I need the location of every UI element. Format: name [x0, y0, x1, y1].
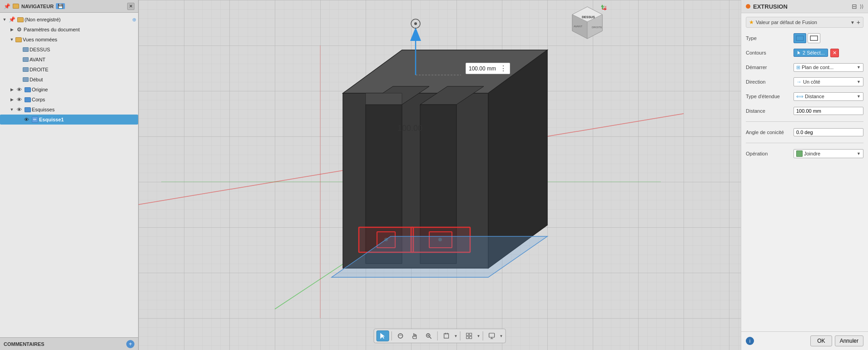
toolbar-grid-btn[interactable] — [463, 330, 476, 341]
view-cube-svg: X Z DESSUS AVANT DROITE — [568, 5, 607, 43]
tree-arrow-corps[interactable] — [9, 97, 15, 102]
cancel-button[interactable]: Annuler — [835, 335, 863, 346]
svg-text:AVANT: AVANT — [574, 25, 582, 28]
toolbar-separator-4 — [482, 331, 483, 340]
model-3d — [266, 5, 606, 305]
tree-item-esquisse1[interactable]: 👁 ✏ Esquisse1 — [0, 115, 138, 125]
display-icon — [488, 332, 495, 340]
tree-label-origine: Origine — [32, 87, 136, 92]
tree-item-params[interactable]: ⚙ Paramètres du document — [0, 25, 138, 35]
tree-item-avant[interactable]: AVANT — [0, 55, 138, 65]
distance-label: Distance — [746, 108, 794, 114]
viewport-panel[interactable]: 100.00 mm ⋮ 100.00 X Z DESSUS — [139, 0, 741, 350]
type-etendue-dropdown[interactable]: ⟺ Distance ▼ — [794, 92, 863, 101]
extrusion-arrows-btn[interactable]: ⟩⟩ — [860, 4, 863, 10]
contours-select-btn[interactable]: 2 Sélect... — [794, 49, 828, 57]
direction-dropdown[interactable]: → Un côté ▼ — [794, 77, 863, 86]
tree-arrow-params[interactable] — [9, 27, 15, 32]
extrusion-expand-btn[interactable]: ⊟ — [852, 3, 857, 10]
dimension-menu-btn[interactable]: ⋮ — [498, 64, 507, 73]
svg-text:Z: Z — [603, 5, 605, 9]
toolbar-zoom-btn[interactable] — [422, 330, 435, 341]
tree-action-root[interactable]: ⊕ — [132, 17, 136, 23]
contours-clear-btn[interactable]: ✕ — [830, 49, 839, 57]
tree-arrow-esquisses[interactable] — [9, 107, 15, 112]
navigator-panel: 📌 NAVIGATEUR 💾 ✕ 📌 (Non enregistré) ⊕ ⚙ … — [0, 0, 139, 350]
toolbar-pan-btn[interactable] — [408, 330, 421, 341]
ok-button[interactable]: OK — [810, 335, 832, 346]
tree-item-dessus[interactable]: DESSUS — [0, 45, 138, 55]
distance-row: Distance — [746, 105, 863, 117]
tree-icon-eye-origine[interactable]: 👁 — [15, 86, 23, 93]
zoom-icon — [425, 332, 432, 340]
tree-item-vues[interactable]: Vues nommées — [0, 35, 138, 45]
distance-input[interactable] — [794, 107, 863, 115]
tree-label-params: Paramètres du document — [24, 27, 136, 32]
svg-point-26 — [414, 22, 417, 25]
fit-icon — [443, 332, 450, 340]
svg-rect-52 — [470, 336, 472, 339]
nav-close-btn[interactable]: ✕ — [127, 3, 134, 10]
tree-item-droite[interactable]: DROITE — [0, 65, 138, 75]
tree-item-esquisses[interactable]: 👁 Esquisses — [0, 105, 138, 115]
demarrer-dropdown[interactable]: ⊞ Plan de cont... ▼ — [794, 63, 863, 72]
tree-label-debut: Début — [30, 77, 136, 82]
toolbar-display-btn[interactable] — [485, 330, 498, 341]
demarrer-arrow: ▼ — [857, 65, 861, 70]
tree-icon-eye-corps[interactable]: 👁 — [15, 96, 23, 103]
tree-item-corps[interactable]: 👁 Corps — [0, 95, 138, 105]
nav-title: NAVIGATEUR — [21, 4, 54, 9]
demarrer-row: Démarrer ⊞ Plan de cont... ▼ — [746, 61, 863, 73]
form-divider-2 — [746, 143, 863, 143]
grid-dropdown-arrow[interactable]: ▼ — [477, 334, 481, 338]
extrusion-footer: i OK Annuler — [741, 331, 868, 350]
tree-icon-view-avant — [23, 57, 29, 62]
tree-icon-view-droite — [23, 67, 29, 72]
tree-icon-eye-esquisses[interactable]: 👁 — [15, 106, 23, 113]
contours-control: 2 Sélect... ✕ — [794, 49, 863, 57]
tree-item-root[interactable]: 📌 (Non enregistré) ⊕ — [0, 15, 138, 25]
tree-arrow-origine[interactable] — [9, 87, 15, 92]
toolbar-fit-btn[interactable] — [440, 330, 453, 341]
extrusion-title: EXTRUSION — [753, 3, 788, 10]
tree-arrow-root[interactable] — [2, 17, 7, 22]
tree-label-droite: DROITE — [30, 67, 136, 72]
svg-point-41 — [398, 334, 403, 338]
comments-add-btn[interactable]: + — [126, 340, 134, 348]
fusion-default-add-btn[interactable]: + — [857, 19, 860, 26]
tree-arrow-avant — [16, 57, 22, 62]
toolbar-select-btn[interactable] — [377, 330, 389, 341]
svg-text:X: X — [605, 5, 607, 9]
view-cube[interactable]: X Z DESSUS AVANT DROITE — [568, 5, 607, 43]
tree-icon-eye-esquisse1[interactable]: 👁 — [23, 116, 30, 123]
hand-icon — [411, 332, 418, 340]
tree-label-esquisse1: Esquisse1 — [39, 117, 136, 122]
display-dropdown-arrow[interactable]: ▼ — [499, 334, 503, 338]
navigator-tree: 📌 (Non enregistré) ⊕ ⚙ Paramètres du doc… — [0, 13, 138, 337]
extrusion-panel: EXTRUSION ⊟ ⟩⟩ ★ Valeur par défaut de Fu… — [741, 0, 868, 350]
type-surface-btn[interactable] — [808, 33, 820, 43]
tree-icon-folder-corps — [25, 97, 31, 102]
info-btn[interactable]: i — [746, 337, 754, 345]
nav-save-btn[interactable]: 💾 — [56, 3, 65, 9]
tree-icon-folder-vues — [15, 37, 22, 42]
toolbar-orbit-btn[interactable] — [394, 330, 407, 341]
tree-arrow-vues[interactable] — [9, 37, 15, 42]
svg-rect-46 — [444, 334, 449, 338]
tree-item-debut[interactable]: Début — [0, 75, 138, 85]
svg-text:DESSUS: DESSUS — [582, 15, 595, 19]
fusion-default-dropdown[interactable]: ▼ — [850, 20, 855, 25]
demarrer-label: Démarrer — [746, 65, 794, 70]
tree-item-origine[interactable]: 👁 Origine — [0, 85, 138, 95]
dimension-label[interactable]: 100.00 mm ⋮ — [466, 63, 510, 74]
type-solid-btn[interactable] — [794, 33, 806, 43]
extrusion-title-row: EXTRUSION — [746, 3, 788, 10]
angle-input[interactable] — [794, 128, 863, 136]
operation-dropdown[interactable]: Joindre ▼ — [794, 149, 863, 158]
orbit-icon — [397, 332, 404, 340]
comments-label: COMMENTAIRES — [4, 341, 45, 347]
fit-dropdown-arrow[interactable]: ▼ — [454, 334, 458, 338]
info-symbol: i — [749, 338, 750, 344]
svg-rect-53 — [489, 333, 494, 337]
surface-icon — [810, 35, 818, 41]
